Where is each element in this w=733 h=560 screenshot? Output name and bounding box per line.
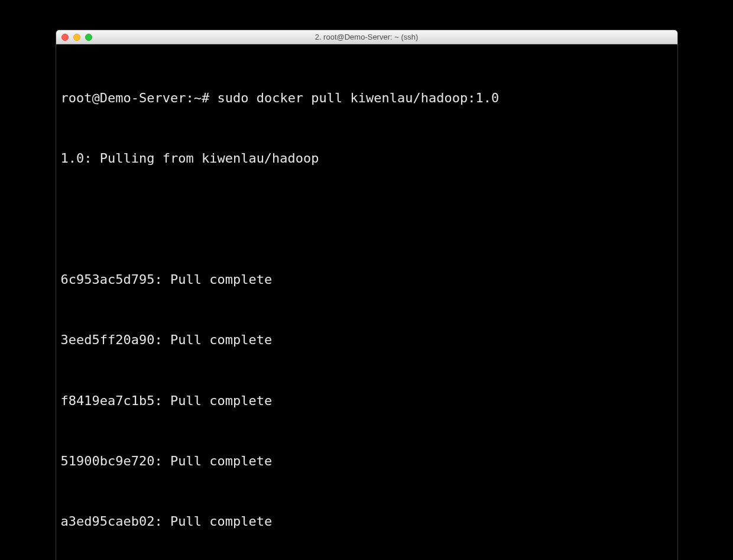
layer-status: Pull complete <box>170 454 272 468</box>
layer-line: 51900bc9e720: Pull complete <box>61 451 673 471</box>
layer-id: 6c953ac5d795 <box>61 272 155 287</box>
layer-status: Pull complete <box>170 332 272 347</box>
command-text: sudo docker pull kiwenlau/hadoop:1.0 <box>217 90 499 105</box>
layer-id: a3ed95caeb02 <box>61 514 155 529</box>
layer-line: 3eed5ff20a90: Pull complete <box>61 330 673 350</box>
window-title: 2. root@Demo-Server: ~ (ssh) <box>56 33 677 41</box>
terminal-body[interactable]: root@Demo-Server:~# sudo docker pull kiw… <box>56 44 677 560</box>
output-line: 1.0: Pulling from kiwenlau/hadoop <box>61 148 673 169</box>
window-titlebar[interactable]: 2. root@Demo-Server: ~ (ssh) <box>56 30 677 44</box>
layer-line: f8419ea7c1b5: Pull complete <box>61 391 673 411</box>
maximize-icon[interactable] <box>85 34 92 41</box>
terminal-window: 2. root@Demo-Server: ~ (ssh) root@Demo-S… <box>56 30 678 560</box>
blank-line <box>61 209 673 229</box>
layer-line: 6c953ac5d795: Pull complete <box>61 270 673 290</box>
layer-status: Pull complete <box>170 272 272 287</box>
shell-prompt: root@Demo-Server:~# <box>61 90 210 105</box>
layer-line: a3ed95caeb02: Pull complete <box>61 512 673 532</box>
layer-id: 3eed5ff20a90 <box>61 332 155 347</box>
layer-id: f8419ea7c1b5 <box>61 393 155 408</box>
traffic-lights <box>61 34 92 41</box>
command-line: root@Demo-Server:~# sudo docker pull kiw… <box>61 88 673 108</box>
layer-id: 51900bc9e720 <box>61 454 155 468</box>
layer-status: Pull complete <box>170 514 272 529</box>
close-icon[interactable] <box>61 34 69 41</box>
minimize-icon[interactable] <box>73 34 80 41</box>
layer-status: Pull complete <box>170 393 272 408</box>
